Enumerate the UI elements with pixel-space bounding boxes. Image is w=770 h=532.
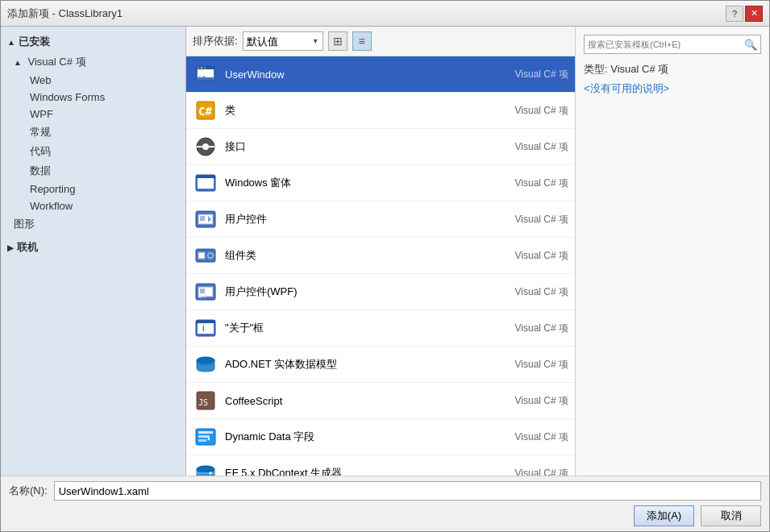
svg-point-4 bbox=[201, 67, 202, 69]
item-icon-aboutbox: i bbox=[193, 315, 219, 341]
svg-rect-15 bbox=[196, 175, 215, 178]
item-name-usercontrol: 用户控件 bbox=[225, 212, 504, 227]
svg-text:i: i bbox=[202, 324, 205, 333]
center-panel: 排序依据: 默认值 ⊞ ≡ C#UserWindowVisual C# 项C#类… bbox=[186, 27, 576, 476]
sidebar-item-shuju[interactable]: 数据 bbox=[1, 161, 185, 181]
list-item-adonet[interactable]: ADO.NET 实体数据模型Visual C# 项 bbox=[186, 347, 575, 383]
item-category-componentclass: Visual C# 项 bbox=[504, 249, 568, 263]
sidebar-item-wpf[interactable]: WPF bbox=[1, 106, 185, 123]
grid-view-button[interactable]: ⊞ bbox=[328, 31, 348, 51]
list-item-dynamicdata[interactable]: Dynamic Data 字段Visual C# 项 bbox=[186, 419, 575, 455]
item-category-class: Visual C# 项 bbox=[504, 104, 568, 118]
cancel-button[interactable]: 取消 bbox=[701, 505, 761, 526]
svg-text:WPF: WPF bbox=[198, 293, 207, 299]
lianji-label: 联机 bbox=[17, 240, 38, 255]
item-icon-userwindow: C# bbox=[193, 61, 219, 87]
svg-text:C#: C# bbox=[198, 105, 212, 118]
svg-text:C#: C# bbox=[198, 75, 206, 81]
help-button[interactable]: ? bbox=[726, 6, 743, 22]
item-name-winform: Windows 窗体 bbox=[225, 176, 504, 190]
svg-rect-36 bbox=[198, 431, 213, 434]
list-item-efdbcontext[interactable]: EF 5.x DbContext 生成器Visual C# 项 bbox=[186, 455, 575, 476]
visual-csharp-arrow: ▲ bbox=[14, 58, 22, 67]
list-item-userwindow[interactable]: C#UserWindowVisual C# 项 bbox=[186, 56, 575, 93]
list-item-aboutbox[interactable]: i"关于"框Visual C# 项 bbox=[186, 310, 575, 347]
name-label: 名称(N): bbox=[9, 484, 48, 498]
item-category-userwindow: Visual C# 项 bbox=[504, 68, 568, 81]
description-label: <没有可用的说明> bbox=[584, 81, 761, 96]
svg-rect-14 bbox=[198, 178, 214, 189]
list-item-class[interactable]: C#类Visual C# 项 bbox=[186, 93, 575, 129]
installed-label: 已安装 bbox=[19, 35, 50, 49]
item-icon-interface bbox=[193, 134, 219, 160]
svg-rect-18 bbox=[200, 216, 205, 221]
svg-rect-28 bbox=[198, 323, 214, 334]
right-panel: 🔍 类型: Visual C# 项 <没有可用的说明> bbox=[576, 27, 769, 476]
list-item-usercontrol[interactable]: 用户控件Visual C# 项 bbox=[186, 202, 575, 238]
sidebar-item-web[interactable]: Web bbox=[1, 72, 185, 89]
item-name-class: 类 bbox=[225, 103, 504, 118]
item-category-aboutbox: Visual C# 项 bbox=[504, 322, 568, 335]
item-icon-class: C# bbox=[193, 98, 219, 123]
svg-point-22 bbox=[209, 254, 212, 257]
main-window: 添加新项 - ClassLibrary1 ? ✕ ▲ 已安装 ▲ Visual … bbox=[0, 0, 770, 532]
svg-rect-37 bbox=[198, 435, 210, 438]
list-item-coffeescript[interactable]: JSCoffeeScriptVisual C# 项 bbox=[186, 383, 575, 419]
item-name-coffeescript: CoffeeScript bbox=[225, 395, 504, 407]
visual-csharp-label: Visual C# 项 bbox=[28, 56, 86, 68]
item-category-dynamicdata: Visual C# 项 bbox=[504, 430, 568, 444]
type-label: 类型: Visual C# 项 bbox=[584, 62, 761, 77]
list-view-button[interactable]: ≡ bbox=[352, 31, 372, 51]
sidebar-item-workflow[interactable]: Workflow bbox=[1, 197, 185, 214]
item-name-interface: 接口 bbox=[225, 139, 504, 154]
search-input[interactable] bbox=[585, 38, 741, 51]
item-category-usercontrol: Visual C# 项 bbox=[504, 213, 568, 227]
list-item-interface[interactable]: 接口Visual C# 项 bbox=[186, 129, 575, 165]
sidebar-item-reporting[interactable]: Reporting bbox=[1, 181, 185, 197]
visual-csharp-item[interactable]: ▲ Visual C# 项 bbox=[1, 52, 185, 72]
list-item-winform[interactable]: Windows 窗体Visual C# 项 bbox=[186, 165, 575, 202]
item-icon-componentclass bbox=[193, 243, 219, 268]
item-icon-wpf-usercontrol: WPF bbox=[193, 279, 219, 305]
item-name-aboutbox: "关于"框 bbox=[225, 321, 504, 335]
svg-point-3 bbox=[198, 67, 199, 69]
svg-rect-38 bbox=[198, 439, 206, 442]
svg-rect-20 bbox=[198, 252, 205, 259]
svg-point-10 bbox=[202, 143, 209, 150]
svg-rect-26 bbox=[200, 289, 205, 293]
list-item-componentclass[interactable]: 组件类Visual C# 项 bbox=[186, 238, 575, 274]
item-name-efdbcontext: EF 5.x DbContext 生成器 bbox=[225, 466, 504, 476]
items-list[interactable]: C#UserWindowVisual C# 项C#类Visual C# 项接口V… bbox=[186, 56, 575, 476]
name-input[interactable] bbox=[54, 481, 761, 501]
item-category-adonet: Visual C# 项 bbox=[504, 358, 568, 372]
item-category-winform: Visual C# 项 bbox=[504, 177, 568, 190]
sidebar-item-changgui[interactable]: 常规 bbox=[1, 123, 185, 142]
item-icon-dynamicdata bbox=[193, 424, 219, 450]
bottom-bar: 名称(N): 添加(A) 取消 bbox=[1, 476, 769, 531]
name-row: 名称(N): bbox=[9, 481, 761, 501]
tuxing-item[interactable]: 图形 bbox=[1, 214, 185, 234]
sidebar-item-windows-forms[interactable]: Windows Forms bbox=[1, 89, 185, 106]
toolbar: 排序依据: 默认值 ⊞ ≡ bbox=[186, 27, 575, 56]
item-name-componentclass: 组件类 bbox=[225, 248, 504, 263]
installed-arrow: ▲ bbox=[7, 38, 15, 47]
main-content: ▲ 已安装 ▲ Visual C# 项 WebWindows FormsWPF常… bbox=[1, 27, 769, 476]
item-icon-usercontrol bbox=[193, 206, 219, 232]
title-bar-buttons: ? ✕ bbox=[726, 6, 763, 22]
sort-select[interactable]: 默认值 bbox=[243, 31, 323, 51]
list-item-wpf-usercontrol[interactable]: WPF用户控件(WPF)Visual C# 项 bbox=[186, 274, 575, 310]
item-category-wpf-usercontrol: Visual C# 项 bbox=[504, 285, 568, 299]
sidebar-item-daima[interactable]: 代码 bbox=[1, 142, 185, 161]
window-title: 添加新项 - ClassLibrary1 bbox=[7, 6, 123, 21]
item-icon-adonet bbox=[193, 351, 219, 377]
search-icon: 🔍 bbox=[741, 39, 760, 51]
add-button[interactable]: 添加(A) bbox=[634, 505, 694, 526]
search-box[interactable]: 🔍 bbox=[584, 35, 761, 54]
item-category-efdbcontext: Visual C# 项 bbox=[504, 467, 568, 476]
lianji-header[interactable]: ▶ 联机 bbox=[1, 237, 185, 258]
title-bar: 添加新项 - ClassLibrary1 ? ✕ bbox=[1, 1, 769, 27]
installed-header[interactable]: ▲ 已安装 bbox=[1, 31, 185, 52]
item-icon-efdbcontext bbox=[193, 460, 219, 476]
svg-text:JS: JS bbox=[198, 398, 208, 407]
close-button[interactable]: ✕ bbox=[745, 6, 763, 22]
